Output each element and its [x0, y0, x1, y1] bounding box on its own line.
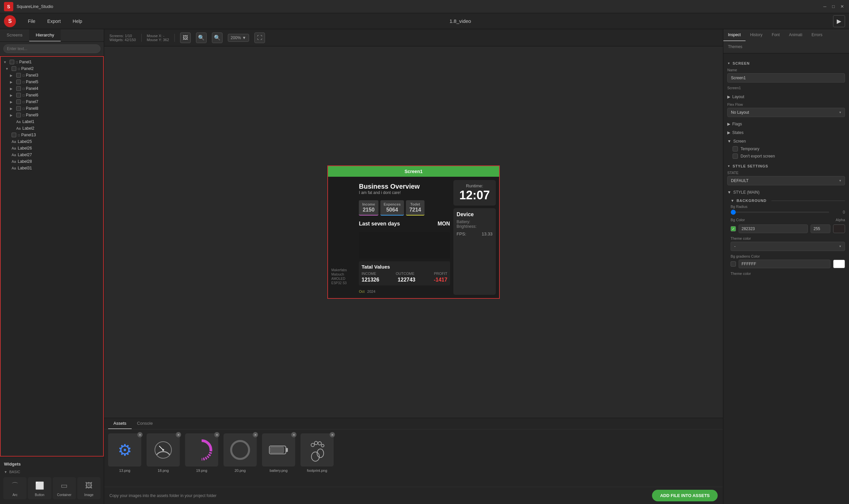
background-sub-header: ▼ Background — [730, 199, 845, 203]
menu-help[interactable]: Help — [67, 17, 88, 26]
tree-item-panel2[interactable]: ▼ □ Panel2 — [1, 65, 103, 72]
theme-color2-label: Theme color — [730, 272, 845, 275]
tree-item-panel8[interactable]: ▶ □ Panel8 — [1, 105, 103, 112]
last-seven-days: Last seven days MON — [359, 218, 450, 230]
circle-icon — [230, 440, 250, 460]
states-header[interactable]: ▶ States — [727, 129, 845, 136]
zoom-in-button[interactable]: 🔍 — [212, 33, 222, 43]
total-values: Tatal Values INCOME OUTCOME PROFIT 12132… — [359, 261, 450, 286]
tree-item-label25[interactable]: ▶ Aa Label25 — [1, 138, 103, 145]
zoom-control[interactable]: 200% ▼ — [228, 34, 249, 42]
tree-checkbox-panel5[interactable] — [16, 79, 21, 84]
tree-item-label28[interactable]: ▶ Aa Label28 — [1, 158, 103, 165]
name-input[interactable] — [727, 73, 845, 83]
tab-themes[interactable]: Themes — [723, 41, 747, 53]
minimize-button[interactable]: ─ — [822, 4, 828, 10]
total-labels: INCOME OUTCOME PROFIT — [361, 272, 447, 275]
asset-close-13[interactable]: ✕ — [137, 432, 143, 437]
inspect-tabs: Inspect History Font Animati Errors Them… — [723, 29, 849, 53]
tree-checkbox-panel1[interactable] — [10, 60, 14, 64]
bg-radius-slider[interactable] — [730, 212, 829, 213]
state-select[interactable]: DEFAULT — [727, 176, 845, 185]
tab-assets[interactable]: Assets — [108, 418, 132, 429]
tree-checkbox-panel3[interactable] — [16, 73, 21, 77]
flags-header[interactable]: ▶ Flags — [727, 120, 845, 128]
search-area — [0, 42, 104, 56]
app-title: SquareLine_Studio — [17, 4, 822, 9]
maximize-button[interactable]: □ — [830, 4, 836, 10]
dont-export-checkbox[interactable] — [733, 154, 738, 159]
asset-close-18[interactable]: ✕ — [176, 432, 181, 437]
tab-screens[interactable]: Screens — [0, 29, 29, 41]
asset-close-19[interactable]: ✕ — [214, 432, 219, 437]
tree-checkbox-panel13[interactable] — [12, 133, 16, 137]
tree-item-panel9[interactable]: ▶ □ Panel9 — [1, 112, 103, 119]
menu-file[interactable]: File — [22, 17, 41, 26]
widget-button[interactable]: ⬜ Button — [28, 477, 51, 499]
tree-item-panel1[interactable]: ▼ □ Panel1 — [1, 59, 103, 65]
asset-label-footprint: footprint.png — [307, 469, 327, 472]
image-button[interactable]: 🖼 — [180, 33, 191, 43]
tree-checkbox-panel7[interactable] — [16, 100, 21, 104]
tree-item-label27[interactable]: ▶ Aa Label27 — [1, 151, 103, 158]
bg-gradient-field: Bg gradiens Color — [730, 254, 845, 268]
temporary-checkbox[interactable] — [733, 146, 738, 151]
play-button[interactable]: ▶ — [833, 15, 845, 27]
gradient-swatch[interactable] — [833, 259, 845, 268]
tree-checkbox-panel9[interactable] — [16, 113, 21, 118]
footprint-icon — [309, 438, 325, 462]
widget-container[interactable]: ▭ Container — [53, 477, 76, 499]
theme-color-select[interactable]: - — [730, 242, 845, 251]
tree-checkbox-panel8[interactable] — [16, 106, 21, 111]
asset-close-footprint[interactable]: ✕ — [330, 432, 335, 437]
todet-box: Todet 7214 — [406, 200, 424, 216]
add-file-button[interactable]: ADD FILE INTO ASSETS — [652, 490, 718, 501]
tree-item-label26[interactable]: ▶ Aa Label26 — [1, 145, 103, 151]
gradient-checkbox[interactable] — [730, 261, 736, 267]
search-input[interactable] — [3, 44, 101, 53]
bg-radius-slider-row: 0 — [730, 210, 845, 215]
screen-sub-header[interactable]: ▼ Screen — [727, 138, 845, 145]
tab-console[interactable]: Console — [132, 418, 158, 429]
alpha-input[interactable] — [811, 224, 830, 233]
tree-item-panel3[interactable]: ▶ □ Panel3 — [1, 72, 103, 78]
tree-item-panel4[interactable]: ▶ □ Panel4 — [1, 85, 103, 92]
widget-arc[interactable]: ⌒ Arc — [3, 477, 26, 499]
tab-animations[interactable]: Animati — [784, 29, 807, 41]
asset-close-20[interactable]: ✕ — [253, 432, 258, 437]
tab-inspect[interactable]: Inspect — [723, 29, 745, 41]
chart-area — [359, 232, 450, 259]
menu-export[interactable]: Export — [42, 17, 66, 26]
asset-item-18: ✕ 18.png — [147, 433, 180, 483]
tab-errors[interactable]: Errors — [807, 29, 827, 41]
date-row: Oct 2024 — [359, 288, 450, 295]
flex-flow-select[interactable]: No Layout — [727, 108, 845, 117]
bg-color-checkbox[interactable]: ✓ — [730, 226, 736, 231]
tree-item-panel13[interactable]: ▶ □ Panel13 — [1, 132, 103, 138]
tree-item-panel7[interactable]: ▶ □ Panel7 — [1, 98, 103, 105]
tree-item-label31[interactable]: ▶ Aa Label31 — [1, 165, 103, 172]
close-button[interactable]: ✕ — [839, 4, 845, 10]
asset-close-battery[interactable]: ✕ — [291, 432, 296, 437]
tree-item-panel6[interactable]: ▶ □ Panel6 — [1, 92, 103, 98]
gradient-input[interactable] — [739, 259, 830, 268]
bottom-footer: Copy your images into the assets folder … — [104, 487, 723, 504]
fullscreen-button[interactable]: ⛶ — [254, 33, 265, 43]
tree-item-label2[interactable]: ▶ Aa Label2 — [1, 125, 103, 132]
style-main-header[interactable]: ▼ STYLE (MAIN) — [727, 189, 845, 196]
tab-font[interactable]: Font — [767, 29, 784, 41]
right-panel: Inspect History Font Animati Errors Them… — [723, 29, 849, 504]
tree-checkbox-panel6[interactable] — [16, 93, 21, 97]
tree-checkbox-panel4[interactable] — [16, 86, 21, 91]
bg-radius-field: Bg Radius 0 — [730, 204, 845, 215]
tree-item-label1[interactable]: ▶ Aa Label1 — [1, 119, 103, 125]
tab-history[interactable]: History — [745, 29, 767, 41]
bg-color-swatch[interactable] — [833, 224, 845, 233]
zoom-out-button[interactable]: 🔍 — [196, 33, 206, 43]
bg-color-input[interactable] — [739, 224, 808, 233]
tree-checkbox-panel2[interactable] — [12, 66, 16, 71]
widget-image[interactable]: 🖼 Image — [77, 477, 101, 499]
tab-hierarchy[interactable]: Hierarchy — [29, 29, 61, 41]
tree-item-panel5[interactable]: ▶ □ Panel5 — [1, 78, 103, 85]
layout-header[interactable]: ▶ Layout — [727, 93, 845, 101]
